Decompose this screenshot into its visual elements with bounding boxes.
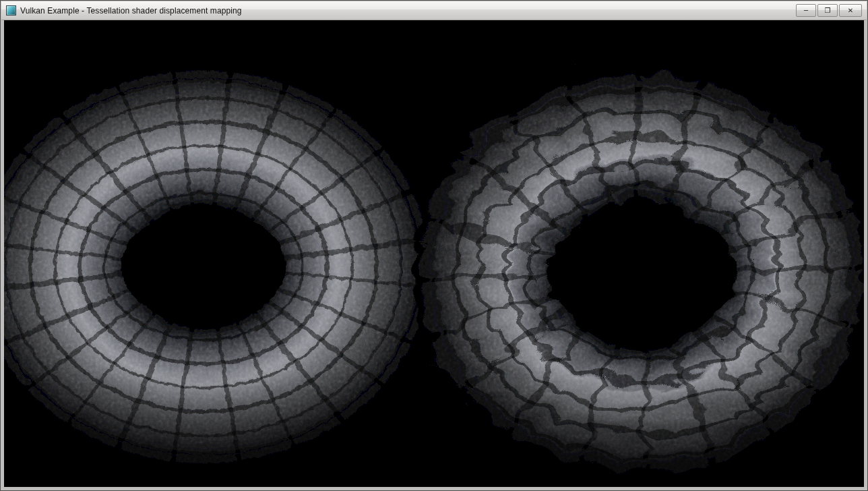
- app-window: Vulkan Example - Tessellation shader dis…: [0, 0, 868, 491]
- titlebar[interactable]: Vulkan Example - Tessellation shader dis…: [1, 1, 867, 20]
- minimize-button[interactable]: ─: [796, 4, 816, 17]
- close-button[interactable]: ✕: [839, 4, 862, 17]
- app-icon: [6, 5, 16, 16]
- window-controls: ─ ❐ ✕: [796, 4, 862, 17]
- render-canvas[interactable]: [4, 20, 864, 487]
- render-viewport[interactable]: [4, 20, 864, 487]
- maximize-button[interactable]: ❐: [817, 4, 838, 17]
- window-title: Vulkan Example - Tessellation shader dis…: [20, 6, 242, 16]
